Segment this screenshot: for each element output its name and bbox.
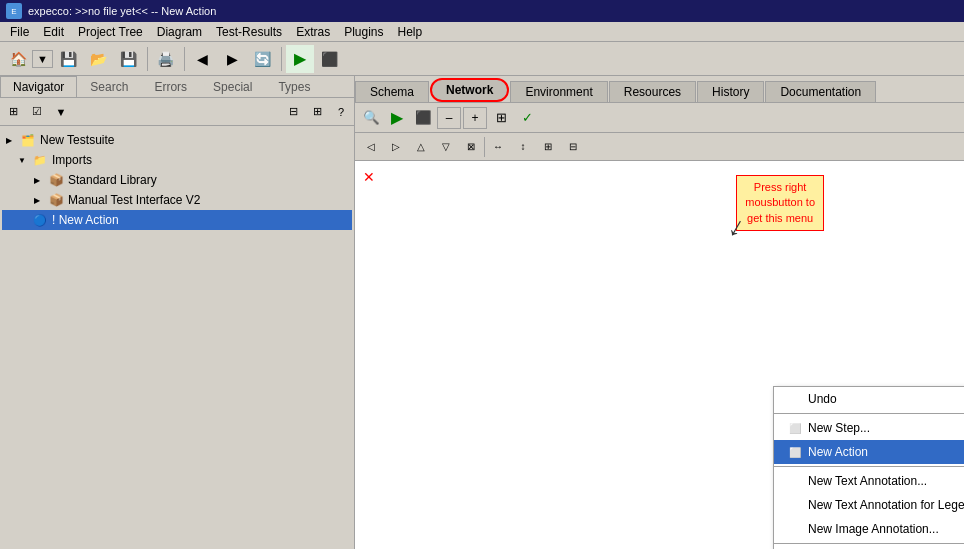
project-tree: ▶ 🗂️ New Testsuite ▼ 📁 Imports ▶ 📦 Stand… <box>0 126 354 549</box>
schema-play-btn[interactable]: ▶ <box>385 106 409 130</box>
tab-resources[interactable]: Resources <box>609 81 696 102</box>
schema-btn3[interactable]: – <box>437 107 461 129</box>
stop-button[interactable]: ⬛ <box>316 45 344 73</box>
new-action-icon: ⬜ <box>786 444 804 460</box>
tree-item-manual[interactable]: ▶ 📦 Manual Test Interface V2 <box>2 190 352 210</box>
tree-label-imports: Imports <box>52 153 92 167</box>
nav-check-btn[interactable]: ☑ <box>26 101 48 123</box>
schema-check-btn[interactable]: ✓ <box>515 106 539 130</box>
schema-grid-btn[interactable]: ⊞ <box>489 106 513 130</box>
right-panel: Schema Network Environment Resources His… <box>355 76 964 549</box>
tree-icon-imports: 📁 <box>32 152 48 168</box>
nav-toolbar: ⊞ ☑ ▼ ⊟ ⊞ ? <box>0 98 354 126</box>
save-button[interactable]: 💾 <box>55 45 83 73</box>
tab-navigator[interactable]: Navigator <box>0 76 77 97</box>
tab-schema[interactable]: Schema <box>355 81 429 102</box>
tree-icon-newaction: 🔵 <box>32 212 48 228</box>
menu-bar: File Edit Project Tree Diagram Test-Resu… <box>0 22 964 42</box>
schema2-sep <box>484 137 485 157</box>
tree-arrow-testsuite: ▶ <box>6 136 16 145</box>
legend-icon <box>786 497 804 513</box>
tab-types[interactable]: Types <box>265 76 323 97</box>
ctx-new-step[interactable]: ⬜New Step... Ctrl+n <box>774 416 964 440</box>
menu-help[interactable]: Help <box>392 24 429 40</box>
main-toolbar: 🏠 ▼ 💾 📂 💾 🖨️ ◀ ▶ 🔄 ▶ ⬛ <box>0 42 964 76</box>
nav-tabs: Navigator Search Errors Special Types <box>0 76 354 98</box>
main-layout: Navigator Search Errors Special Types ⊞ … <box>0 76 964 549</box>
ctx-undo[interactable]: Undo Ctrl+z <box>774 387 964 411</box>
tab-documentation[interactable]: Documentation <box>765 81 876 102</box>
menu-edit[interactable]: Edit <box>37 24 70 40</box>
tree-item-newaction[interactable]: 🔵 ! New Action <box>2 210 352 230</box>
nav-dropdown-btn[interactable]: ▼ <box>50 101 72 123</box>
print-button[interactable]: 🖨️ <box>152 45 180 73</box>
schema2-btn4[interactable]: ▽ <box>434 135 458 159</box>
new-dropdown[interactable]: 🏠 ▼ <box>4 45 53 73</box>
tree-item-stdlib[interactable]: ▶ 📦 Standard Library <box>2 170 352 190</box>
new-dropdown-arrow[interactable]: ▼ <box>32 50 53 68</box>
tab-search[interactable]: Search <box>77 76 141 97</box>
schema2-btn7[interactable]: ↕ <box>511 135 535 159</box>
schema2-btn6[interactable]: ↔ <box>486 135 510 159</box>
ctx-sep2 <box>774 466 964 467</box>
schema2-btn9[interactable]: ⊟ <box>561 135 585 159</box>
open-button[interactable]: 📂 <box>85 45 113 73</box>
tab-history[interactable]: History <box>697 81 764 102</box>
text-ann-icon <box>786 473 804 489</box>
refresh-button[interactable]: 🔄 <box>249 45 277 73</box>
schema2-btn2[interactable]: ▷ <box>384 135 408 159</box>
schema-toolbar: 🔍 ▶ ⬛ – + ⊞ ✓ <box>355 103 964 133</box>
tree-item-testsuite[interactable]: ▶ 🗂️ New Testsuite <box>2 130 352 150</box>
schema-tabs: Schema Network Environment Resources His… <box>355 76 964 103</box>
run-button[interactable]: ▶ <box>286 45 314 73</box>
tree-icon-testsuite: 🗂️ <box>20 132 36 148</box>
menu-file[interactable]: File <box>4 24 35 40</box>
tree-label-newaction: ! New Action <box>52 213 119 227</box>
nav-help-btn[interactable]: ? <box>330 101 352 123</box>
tree-item-imports[interactable]: ▼ 📁 Imports <box>2 150 352 170</box>
tab-environment[interactable]: Environment <box>510 81 607 102</box>
ctx-new-text-legend[interactable]: New Text Annotation for Legend... <box>774 493 964 517</box>
ctx-sep1 <box>774 413 964 414</box>
canvas[interactable]: ✕ Press rightmousbutton toget this menu … <box>355 161 964 549</box>
context-menu-1: Undo Ctrl+z ⬜New Step... Ctrl+n ⬜New Act… <box>773 386 964 549</box>
new-button[interactable]: 🏠 <box>4 45 32 73</box>
ctx-sep3 <box>774 543 964 544</box>
new-step-icon: ⬜ <box>786 420 804 436</box>
menu-extras[interactable]: Extras <box>290 24 336 40</box>
canvas-close-btn[interactable]: ✕ <box>363 169 375 185</box>
schema-stop-btn[interactable]: ⬛ <box>411 106 435 130</box>
save2-button[interactable]: 💾 <box>115 45 143 73</box>
ctx-new-text-ann[interactable]: New Text Annotation... Ctrl+t <box>774 469 964 493</box>
menu-test-results[interactable]: Test-Results <box>210 24 288 40</box>
schema2-btn1[interactable]: ◁ <box>359 135 383 159</box>
app-icon: E <box>6 3 22 19</box>
schema-search-btn[interactable]: 🔍 <box>359 106 383 130</box>
tooltip-text: Press rightmousbutton toget this menu <box>745 181 815 224</box>
tooltip-balloon: Press rightmousbutton toget this menu <box>736 175 824 231</box>
schema-btn4[interactable]: + <box>463 107 487 129</box>
ctx-new-image-ann[interactable]: New Image Annotation... Ctrl+g <box>774 517 964 541</box>
tree-arrow-manual: ▶ <box>34 196 44 205</box>
back-button[interactable]: ◀ <box>189 45 217 73</box>
schema2-btn3[interactable]: △ <box>409 135 433 159</box>
tree-label-stdlib: Standard Library <box>68 173 157 187</box>
tab-errors[interactable]: Errors <box>141 76 200 97</box>
tab-network[interactable]: Network <box>430 78 509 102</box>
menu-project-tree[interactable]: Project Tree <box>72 24 149 40</box>
nav-expand-btn[interactable]: ⊞ <box>306 101 328 123</box>
tab-special[interactable]: Special <box>200 76 265 97</box>
nav-collapse-btn[interactable]: ⊟ <box>282 101 304 123</box>
ctx-new-action[interactable]: ⬜New Action ▶ <box>774 440 964 464</box>
undo-icon <box>786 391 804 407</box>
forward-button[interactable]: ▶ <box>219 45 247 73</box>
tree-arrow-stdlib: ▶ <box>34 176 44 185</box>
menu-plugins[interactable]: Plugins <box>338 24 389 40</box>
toolbar-sep1 <box>147 47 148 71</box>
schema2-btn8[interactable]: ⊞ <box>536 135 560 159</box>
nav-grid-btn[interactable]: ⊞ <box>2 101 24 123</box>
title-bar: E expecco: >>no file yet<< -- New Action <box>0 0 964 22</box>
menu-diagram[interactable]: Diagram <box>151 24 208 40</box>
schema2-btn5[interactable]: ⊠ <box>459 135 483 159</box>
toolbar-sep3 <box>281 47 282 71</box>
